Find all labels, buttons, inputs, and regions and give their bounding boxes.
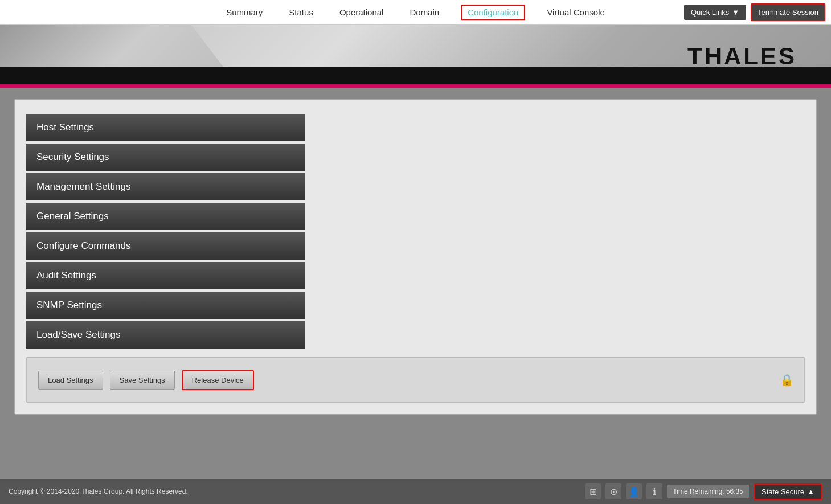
load-settings-button[interactable]: Load Settings — [38, 371, 103, 390]
sidebar-menu: Host Settings Security Settings Manageme… — [26, 114, 305, 349]
dropdown-arrow-icon: ▼ — [732, 8, 739, 17]
nav-operational[interactable]: Operational — [335, 5, 388, 19]
nav-virtual-console[interactable]: Virtual Console — [542, 5, 609, 19]
menu-load-save-settings[interactable]: Load/Save Settings — [26, 321, 305, 349]
thales-logo: THALES — [687, 43, 797, 70]
red-accent-line — [0, 84, 831, 88]
menu-audit-settings[interactable]: Audit Settings — [26, 262, 305, 289]
action-buttons: Load Settings Save Settings Release Devi… — [38, 370, 254, 390]
nav-links: Summary Status Operational Domain Config… — [222, 5, 609, 20]
menu-security-settings[interactable]: Security Settings — [26, 144, 305, 171]
circle-icon[interactable]: ⊙ — [605, 483, 621, 499]
top-navigation: Summary Status Operational Domain Config… — [0, 0, 831, 25]
state-secure-label: State Secure — [762, 487, 804, 496]
nav-status[interactable]: Status — [284, 5, 318, 19]
grid-icon[interactable]: ⊞ — [585, 483, 601, 499]
lock-icon: 🔒 — [780, 373, 794, 387]
menu-host-settings[interactable]: Host Settings — [26, 114, 305, 141]
quick-links-label: Quick Links — [691, 8, 729, 17]
time-remaining-display: Time Remaining: 56:35 — [667, 485, 749, 498]
copyright-text: Copyright © 2014-2020 Thales Group. All … — [9, 487, 188, 495]
release-device-button[interactable]: Release Device — [182, 370, 254, 390]
menu-snmp-settings[interactable]: SNMP Settings — [26, 292, 305, 319]
main-wrapper: Host Settings Security Settings Manageme… — [0, 88, 831, 452]
nav-configuration[interactable]: Configuration — [461, 5, 525, 20]
menu-general-settings[interactable]: General Settings — [26, 203, 305, 230]
quick-links-button[interactable]: Quick Links ▼ — [684, 5, 746, 20]
content-card: Host Settings Security Settings Manageme… — [14, 99, 817, 415]
nav-domain[interactable]: Domain — [405, 5, 444, 19]
save-settings-button[interactable]: Save Settings — [110, 371, 175, 390]
state-arrow-icon: ▲ — [807, 487, 814, 496]
menu-configure-commands[interactable]: Configure Commands — [26, 232, 305, 260]
footer: Copyright © 2014-2020 Thales Group. All … — [0, 479, 831, 504]
action-panel: Load Settings Save Settings Release Devi… — [26, 357, 805, 403]
terminate-session-button[interactable]: Terminate Session — [751, 3, 825, 21]
nav-summary[interactable]: Summary — [222, 5, 267, 19]
person-icon[interactable]: 👤 — [626, 483, 642, 499]
menu-management-settings[interactable]: Management Settings — [26, 173, 305, 200]
state-secure-button[interactable]: State Secure ▲ — [754, 483, 822, 500]
header-banner: THALES — [0, 25, 831, 88]
info-icon[interactable]: ℹ — [646, 483, 662, 499]
footer-right: ⊞ ⊙ 👤 ℹ Time Remaining: 56:35 State Secu… — [585, 483, 822, 500]
nav-right-actions: Quick Links ▼ Terminate Session — [684, 3, 825, 21]
